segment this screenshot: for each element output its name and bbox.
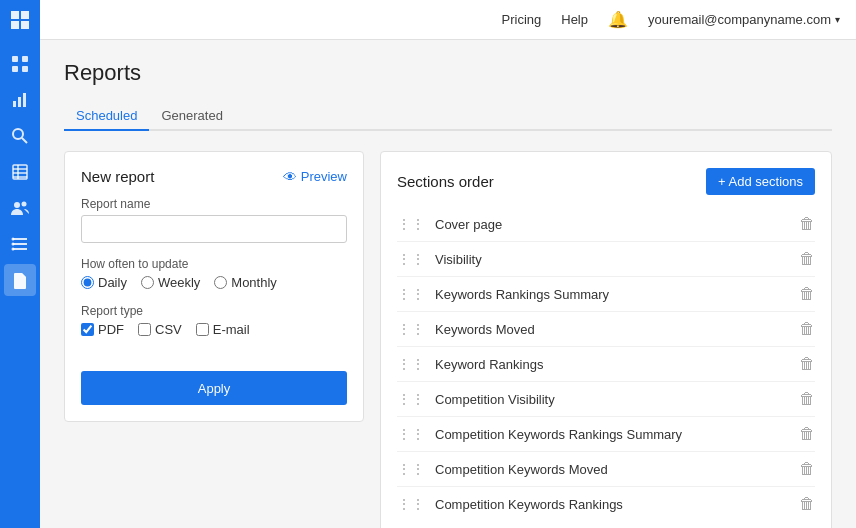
svg-rect-4 (12, 56, 18, 62)
user-menu[interactable]: youremail@companyname.com (648, 12, 840, 27)
sidebar-icon-search[interactable] (4, 120, 36, 152)
drag-handle-icon[interactable]: ⋮⋮ (397, 286, 425, 302)
sections-title: Sections order (397, 173, 494, 190)
drag-handle-icon[interactable]: ⋮⋮ (397, 251, 425, 267)
svg-rect-1 (21, 11, 29, 19)
section-name: Competition Visibility (435, 392, 799, 407)
new-report-title: New report (81, 168, 154, 185)
sidebar-icon-list[interactable] (4, 228, 36, 260)
preview-link[interactable]: 👁 Preview (283, 169, 347, 185)
delete-section-button[interactable]: 🗑 (799, 285, 815, 303)
delete-section-button[interactable]: 🗑 (799, 495, 815, 513)
sidebar (0, 40, 40, 528)
radio-daily[interactable]: Daily (81, 275, 127, 290)
section-name: Cover page (435, 217, 799, 232)
drag-handle-icon[interactable]: ⋮⋮ (397, 216, 425, 232)
sidebar-icon-document[interactable] (4, 264, 36, 296)
section-name: Keywords Rankings Summary (435, 287, 799, 302)
section-name: Competition Keywords Moved (435, 462, 799, 477)
help-link[interactable]: Help (561, 12, 588, 27)
logo-icon (9, 9, 31, 31)
notifications-icon[interactable]: 🔔 (608, 10, 628, 29)
section-list: ⋮⋮ Cover page 🗑 ⋮⋮ Visibility 🗑 ⋮⋮ Keywo… (397, 207, 815, 521)
section-name: Keywords Moved (435, 322, 799, 337)
delete-section-button[interactable]: 🗑 (799, 425, 815, 443)
sidebar-icon-grid[interactable] (4, 48, 36, 80)
svg-rect-8 (13, 101, 16, 107)
delete-section-button[interactable]: 🗑 (799, 390, 815, 408)
drag-handle-icon[interactable]: ⋮⋮ (397, 461, 425, 477)
report-type-checkbox-group: PDF CSV E-mail (81, 322, 347, 337)
update-frequency-label: How often to update (81, 257, 347, 271)
tab-scheduled[interactable]: Scheduled (64, 102, 149, 131)
delete-section-button[interactable]: 🗑 (799, 460, 815, 478)
drag-handle-icon[interactable]: ⋮⋮ (397, 496, 425, 512)
sidebar-icon-people[interactable] (4, 192, 36, 224)
svg-point-25 (12, 248, 15, 251)
svg-rect-2 (11, 21, 19, 29)
svg-rect-9 (18, 97, 21, 107)
drag-handle-icon[interactable]: ⋮⋮ (397, 356, 425, 372)
section-item: ⋮⋮ Competition Keywords Rankings Summary… (397, 417, 815, 452)
svg-rect-0 (11, 11, 19, 19)
delete-section-button[interactable]: 🗑 (799, 250, 815, 268)
svg-point-11 (13, 129, 23, 139)
svg-point-23 (12, 238, 15, 241)
sidebar-icon-table[interactable] (4, 156, 36, 188)
drag-handle-icon[interactable]: ⋮⋮ (397, 426, 425, 442)
apply-button[interactable]: Apply (81, 371, 347, 405)
section-item: ⋮⋮ Cover page 🗑 (397, 207, 815, 242)
tab-generated[interactable]: Generated (149, 102, 234, 131)
frequency-radio-group: Daily Weekly Monthly (81, 275, 347, 290)
sidebar-icon-chart[interactable] (4, 84, 36, 116)
add-sections-button[interactable]: + Add sections (706, 168, 815, 195)
report-type-label: Report type (81, 304, 347, 318)
section-item: ⋮⋮ Keywords Rankings Summary 🗑 (397, 277, 815, 312)
checkbox-email[interactable]: E-mail (196, 322, 250, 337)
delete-section-button[interactable]: 🗑 (799, 320, 815, 338)
section-name: Competition Keywords Rankings (435, 497, 799, 512)
pricing-link[interactable]: Pricing (502, 12, 542, 27)
section-item: ⋮⋮ Visibility 🗑 (397, 242, 815, 277)
delete-section-button[interactable]: 🗑 (799, 215, 815, 233)
section-name: Competition Keywords Rankings Summary (435, 427, 799, 442)
section-item: ⋮⋮ Competition Visibility 🗑 (397, 382, 815, 417)
section-item: ⋮⋮ Competition Keywords Rankings 🗑 (397, 487, 815, 521)
section-item: ⋮⋮ Competition Keywords Moved 🗑 (397, 452, 815, 487)
drag-handle-icon[interactable]: ⋮⋮ (397, 391, 425, 407)
main-content: Reports Scheduled Generated New report 👁… (40, 40, 856, 528)
svg-point-19 (22, 202, 27, 207)
two-column-layout: New report 👁 Preview Report name How oft… (64, 151, 832, 528)
drag-handle-icon[interactable]: ⋮⋮ (397, 321, 425, 337)
svg-rect-6 (12, 66, 18, 72)
delete-section-button[interactable]: 🗑 (799, 355, 815, 373)
report-name-input[interactable] (81, 215, 347, 243)
svg-line-12 (22, 138, 27, 143)
svg-point-18 (14, 202, 20, 208)
sections-card: Sections order + Add sections ⋮⋮ Cover p… (380, 151, 832, 528)
page-title: Reports (64, 60, 832, 86)
svg-rect-3 (21, 21, 29, 29)
report-name-label: Report name (81, 197, 347, 211)
svg-point-24 (12, 243, 15, 246)
eye-icon: 👁 (283, 169, 297, 185)
checkbox-csv[interactable]: CSV (138, 322, 182, 337)
tabs: Scheduled Generated (64, 102, 832, 131)
svg-rect-7 (22, 66, 28, 72)
section-item: ⋮⋮ Keywords Moved 🗑 (397, 312, 815, 347)
radio-weekly[interactable]: Weekly (141, 275, 200, 290)
checkbox-pdf[interactable]: PDF (81, 322, 124, 337)
new-report-card: New report 👁 Preview Report name How oft… (64, 151, 364, 422)
section-item: ⋮⋮ Keyword Rankings 🗑 (397, 347, 815, 382)
section-name: Visibility (435, 252, 799, 267)
svg-rect-10 (23, 93, 26, 107)
section-name: Keyword Rankings (435, 357, 799, 372)
svg-rect-5 (22, 56, 28, 62)
radio-monthly[interactable]: Monthly (214, 275, 277, 290)
